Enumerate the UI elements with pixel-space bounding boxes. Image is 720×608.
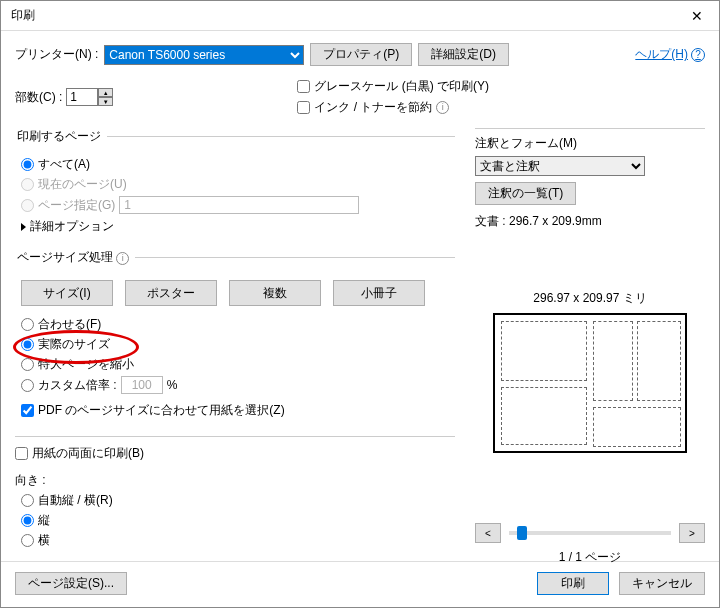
choose-paper-checkbox[interactable] <box>21 404 34 417</box>
annots-select[interactable]: 文書と注釈 <box>475 156 645 176</box>
radio-page-range <box>21 199 34 212</box>
page-range-group: 印刷するページ すべて(A) 現在のページ(U) ページ指定(G) 詳細オプショ… <box>15 128 455 235</box>
preview-dimensions: 296.97 x 209.97 ミリ <box>475 290 705 307</box>
copies-input[interactable] <box>66 88 98 106</box>
print-preview <box>493 313 687 453</box>
page-range-input <box>119 196 359 214</box>
radio-orient-auto[interactable] <box>21 494 34 507</box>
window-title: 印刷 <box>11 7 674 24</box>
tab-size[interactable]: サイズ(I) <box>21 280 113 306</box>
info-icon: i <box>436 101 449 114</box>
copies-down[interactable]: ▼ <box>98 97 113 106</box>
radio-orient-landscape[interactable] <box>21 534 34 547</box>
orientation-legend: 向き : <box>15 472 455 489</box>
sizing-legend: ページサイズ処理 <box>17 250 113 264</box>
copies-label: 部数(C) : <box>15 89 62 106</box>
page-range-legend: 印刷するページ <box>15 128 107 145</box>
tab-poster[interactable]: ポスター <box>125 280 217 306</box>
radio-custom-scale[interactable] <box>21 379 34 392</box>
radio-all-pages[interactable] <box>21 158 34 171</box>
advanced-settings-button[interactable]: 詳細設定(D) <box>418 43 509 66</box>
info-icon: i <box>116 252 129 265</box>
savetoner-label: インク / トナーを節約 <box>314 99 432 116</box>
copies-spinner[interactable]: ▲ ▼ <box>66 88 113 106</box>
duplex-label: 用紙の両面に印刷(B) <box>32 445 144 462</box>
tab-multiple[interactable]: 複数 <box>229 280 321 306</box>
triangle-icon <box>21 223 26 231</box>
grayscale-label: グレースケール (白黒) で印刷(Y) <box>314 78 489 95</box>
printer-label: プリンター(N) : <box>15 46 98 63</box>
printer-select[interactable]: Canon TS6000 series <box>104 45 304 65</box>
page-sizing-group: ページサイズ処理 i サイズ(I) ポスター 複数 小冊子 合わせる(F) 実際… <box>15 249 455 422</box>
cancel-button[interactable]: キャンセル <box>619 572 705 595</box>
custom-scale-input[interactable] <box>121 376 163 394</box>
tab-booklet[interactable]: 小冊子 <box>333 280 425 306</box>
more-options-toggle[interactable]: 詳細オプション <box>21 218 455 235</box>
close-button[interactable]: ✕ <box>674 1 719 31</box>
next-page-button[interactable]: > <box>679 523 705 543</box>
help-icon: ? <box>691 48 705 62</box>
prev-page-button[interactable]: < <box>475 523 501 543</box>
duplex-checkbox[interactable] <box>15 447 28 460</box>
page-setup-button[interactable]: ページ設定(S)... <box>15 572 127 595</box>
radio-current-page <box>21 178 34 191</box>
document-size-label: 文書 : 296.7 x 209.9mm <box>475 213 705 230</box>
page-indicator: 1 / 1 ページ <box>475 549 705 566</box>
radio-actual-size[interactable] <box>21 338 34 351</box>
titlebar: 印刷 ✕ <box>1 1 719 31</box>
radio-orient-portrait[interactable] <box>21 514 34 527</box>
annots-legend: 注釈とフォーム(M) <box>475 128 705 152</box>
page-slider[interactable] <box>509 531 671 535</box>
grayscale-checkbox[interactable] <box>297 80 310 93</box>
print-button[interactable]: 印刷 <box>537 572 609 595</box>
annots-list-button[interactable]: 注釈の一覧(T) <box>475 182 576 205</box>
savetoner-checkbox[interactable] <box>297 101 310 114</box>
help-link[interactable]: ヘルプ(H) ? <box>635 46 705 63</box>
copies-up[interactable]: ▲ <box>98 88 113 97</box>
radio-fit[interactable] <box>21 318 34 331</box>
properties-button[interactable]: プロパティ(P) <box>310 43 412 66</box>
radio-shrink[interactable] <box>21 358 34 371</box>
